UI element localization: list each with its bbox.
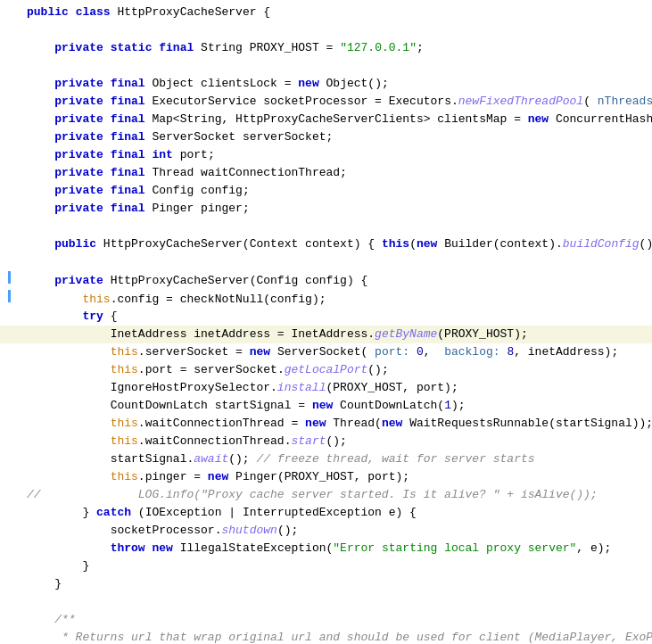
line-content-34 — [12, 593, 652, 611]
line-content-36: * Returns url that wrap original url and… — [12, 629, 652, 644]
code-line-9: private final int port; — [0, 146, 652, 164]
gutter-17 — [0, 290, 12, 302]
line-content-9: private final int port; — [12, 146, 652, 164]
code-line-25: this.waitConnectionThread.start(); — [0, 433, 652, 450]
line-content-14: public HttpProxyCacheServer(Context cont… — [12, 235, 652, 253]
code-line-7: private final Map<String, HttpProxyCache… — [0, 111, 652, 128]
code-line-22: IgnoreHostProxySelector.install(PROXY_HO… — [0, 379, 652, 397]
line-content-24: this.waitConnectionThread = new Thread(n… — [12, 415, 652, 433]
line-content-23: CountDownLatch startSignal = new CountDo… — [12, 397, 652, 415]
code-line-30: socketProcessor.shutdown(); — [0, 522, 652, 540]
gutter-16 — [0, 271, 12, 284]
line-content-19: InetAddress inetAddress = InetAddress.ge… — [12, 326, 652, 343]
line-content-27: this.pinger = new Pinger(PROXY_HOST, por… — [12, 468, 652, 486]
line-content-2 — [12, 21, 652, 39]
line-content-8: private final ServerSocket serverSocket; — [12, 128, 652, 146]
line-content-18: try { — [12, 308, 652, 326]
line-content-20: this.serverSocket = new ServerSocket( po… — [12, 343, 652, 361]
line-content-15 — [12, 253, 652, 271]
code-line-24: this.waitConnectionThread = new Thread(n… — [0, 415, 652, 433]
code-line-34 — [0, 593, 652, 611]
code-line-21: this.port = serverSocket.getLocalPort(); — [0, 361, 652, 379]
line-content-12: private final Pinger pinger; — [12, 200, 652, 218]
gutter-mark-16 — [8, 271, 11, 284]
line-content-32: } — [12, 557, 652, 575]
code-line-13 — [0, 218, 652, 235]
code-line-3: private static final String PROXY_HOST =… — [0, 39, 652, 57]
code-line-26: startSignal.await(); // freeze thread, w… — [0, 450, 652, 468]
code-line-33: } — [0, 575, 652, 593]
line-content-13 — [12, 218, 652, 235]
line-content-22: IgnoreHostProxySelector.install(PROXY_HO… — [12, 379, 652, 397]
code-line-16: private HttpProxyCacheServer(Config conf… — [0, 271, 652, 290]
line-content-21: this.port = serverSocket.getLocalPort(); — [12, 361, 652, 379]
code-line-35: /** — [0, 611, 652, 629]
code-line-27: this.pinger = new Pinger(PROXY_HOST, por… — [0, 468, 652, 486]
code-line-31: throw new IllegalStateException("Error s… — [0, 540, 652, 557]
code-line-15 — [0, 253, 652, 271]
code-line-11: private final Config config; — [0, 182, 652, 200]
code-editor: public class HttpProxyCacheServer { priv… — [0, 0, 652, 644]
code-line-4 — [0, 57, 652, 75]
code-line-6: private final ExecutorService socketProc… — [0, 93, 652, 111]
code-line-12: private final Pinger pinger; — [0, 200, 652, 218]
code-line-5: private final Object clientsLock = new O… — [0, 75, 652, 93]
code-line-20: this.serverSocket = new ServerSocket( po… — [0, 343, 652, 361]
line-content-17: this.config = checkNotNull(config); — [12, 291, 652, 309]
line-content-28: // LOG.info("Proxy cache server started.… — [12, 486, 652, 504]
line-content-11: private final Config config; — [12, 182, 652, 200]
code-line-29: } catch (IOException | InterruptedExcept… — [0, 504, 652, 522]
code-line-1: public class HttpProxyCacheServer { — [0, 4, 652, 21]
line-content-29: } catch (IOException | InterruptedExcept… — [12, 504, 652, 522]
code-line-8: private final ServerSocket serverSocket; — [0, 128, 652, 146]
code-line-17: this.config = checkNotNull(config); — [0, 290, 652, 309]
line-content-4 — [12, 57, 652, 75]
line-content-7: private final Map<String, HttpProxyCache… — [12, 111, 652, 128]
code-line-2 — [0, 21, 652, 39]
line-content-3: private static final String PROXY_HOST =… — [12, 39, 652, 57]
line-content-10: private final Thread waitConnectionThrea… — [12, 164, 652, 182]
line-content-25: this.waitConnectionThread.start(); — [12, 433, 652, 450]
line-content-5: private final Object clientsLock = new O… — [12, 75, 652, 93]
code-line-36: * Returns url that wrap original url and… — [0, 629, 652, 644]
code-line-32: } — [0, 557, 652, 575]
line-content-33: } — [12, 575, 652, 593]
code-line-14: public HttpProxyCacheServer(Context cont… — [0, 235, 652, 253]
code-line-23: CountDownLatch startSignal = new CountDo… — [0, 397, 652, 415]
line-content-31: throw new IllegalStateException("Error s… — [12, 540, 652, 557]
line-content-6: private final ExecutorService socketProc… — [12, 93, 652, 111]
line-content-26: startSignal.await(); // freeze thread, w… — [12, 450, 652, 468]
line-content-35: /** — [12, 611, 652, 629]
code-line-19: InetAddress inetAddress = InetAddress.ge… — [0, 326, 652, 343]
line-content-16: private HttpProxyCacheServer(Config conf… — [12, 272, 652, 290]
code-line-28: // LOG.info("Proxy cache server started.… — [0, 486, 652, 504]
line-content-1: public class HttpProxyCacheServer { — [12, 4, 652, 21]
code-line-18: try { — [0, 308, 652, 326]
line-content-30: socketProcessor.shutdown(); — [12, 522, 652, 540]
code-line-10: private final Thread waitConnectionThrea… — [0, 164, 652, 182]
gutter-mark-17 — [8, 290, 11, 302]
